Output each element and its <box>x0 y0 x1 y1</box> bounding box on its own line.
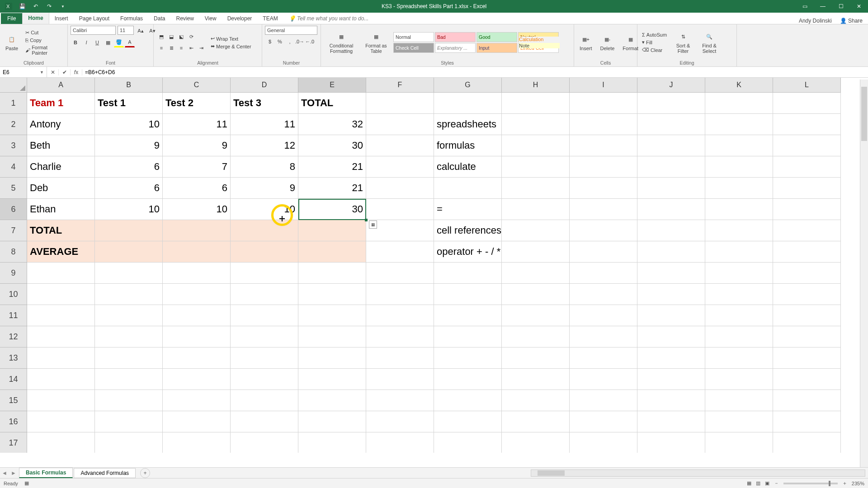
cell-J15[interactable] <box>637 390 705 411</box>
dec-decimal-icon[interactable]: ←.0 <box>305 37 315 47</box>
cell-F6[interactable] <box>366 199 434 220</box>
style-check-cell[interactable]: Check Cell <box>393 43 434 53</box>
cell-C7[interactable] <box>163 220 231 241</box>
style-good[interactable]: Good <box>476 32 517 42</box>
col-header-B[interactable]: B <box>95 78 163 93</box>
cell-I10[interactable] <box>570 284 637 305</box>
cell-H17[interactable] <box>502 432 570 453</box>
vertical-scrollbar[interactable] <box>860 80 868 467</box>
cell-K6[interactable] <box>705 199 773 220</box>
cell-E12[interactable] <box>298 326 366 347</box>
cell-F15[interactable] <box>366 390 434 411</box>
cell-L17[interactable] <box>773 432 841 453</box>
cell-G8[interactable]: operator + - / * <box>434 241 502 263</box>
row-header-4[interactable]: 4 <box>0 156 27 178</box>
cell-J14[interactable] <box>637 369 705 390</box>
cell-J8[interactable] <box>637 241 705 263</box>
cell-B2[interactable]: 10 <box>95 114 163 135</box>
cell-D9[interactable] <box>231 263 298 284</box>
share-button[interactable]: 👤 Share <box>840 18 863 24</box>
cell-H3[interactable] <box>502 135 570 156</box>
cell-L2[interactable] <box>773 114 841 135</box>
italic-icon[interactable]: I <box>81 38 91 47</box>
cell-E16[interactable] <box>298 411 366 432</box>
name-box-dropdown-icon[interactable]: ▼ <box>40 70 44 75</box>
cell-C1[interactable]: Test 2 <box>163 93 231 114</box>
cell-L5[interactable] <box>773 178 841 199</box>
tab-home[interactable]: Home <box>22 12 49 24</box>
cell-G15[interactable] <box>434 390 502 411</box>
tab-insert[interactable]: Insert <box>49 13 74 24</box>
cell-C2[interactable]: 11 <box>163 114 231 135</box>
align-top-icon[interactable]: ⬒ <box>156 32 166 42</box>
cell-F17[interactable] <box>366 432 434 453</box>
cell-D13[interactable] <box>231 347 298 369</box>
wrap-text-button[interactable]: ↩ Wrap Text <box>209 35 253 42</box>
cell-C10[interactable] <box>163 284 231 305</box>
cell-F16[interactable] <box>366 411 434 432</box>
qat-dropdown-icon[interactable]: ▼ <box>57 1 69 11</box>
cell-A16[interactable] <box>27 411 95 432</box>
cell-D7[interactable] <box>231 220 298 241</box>
cell-K2[interactable] <box>705 114 773 135</box>
cell-K16[interactable] <box>705 411 773 432</box>
cell-H1[interactable] <box>502 93 570 114</box>
zoom-slider[interactable] <box>783 483 838 484</box>
row-header-8[interactable]: 8 <box>0 241 27 263</box>
cell-D17[interactable] <box>231 432 298 453</box>
cell-C14[interactable] <box>163 369 231 390</box>
cell-H15[interactable] <box>502 390 570 411</box>
cell-G9[interactable] <box>434 263 502 284</box>
cell-B12[interactable] <box>95 326 163 347</box>
sheet-nav-next-icon[interactable]: ► <box>9 470 18 476</box>
cell-A10[interactable] <box>27 284 95 305</box>
cell-E2[interactable]: 32 <box>298 114 366 135</box>
cell-C4[interactable]: 7 <box>163 156 231 178</box>
row-header-15[interactable]: 15 <box>0 390 27 411</box>
row-header-16[interactable]: 16 <box>0 411 27 432</box>
cell-A7[interactable]: TOTAL <box>27 220 95 241</box>
cell-J7[interactable] <box>637 220 705 241</box>
cell-J6[interactable] <box>637 199 705 220</box>
cell-E8[interactable] <box>298 241 366 263</box>
ribbon-options-icon[interactable]: ▭ <box>796 0 814 13</box>
column-headers[interactable]: ABCDEFGHIJKL <box>27 78 868 93</box>
find-select-button[interactable]: 🔍Find & Select <box>698 30 721 55</box>
bold-icon[interactable]: B <box>71 38 80 47</box>
redo-icon[interactable]: ↷ <box>43 1 55 11</box>
align-right-icon[interactable]: ≡ <box>176 43 186 53</box>
cell-K17[interactable] <box>705 432 773 453</box>
cell-B15[interactable] <box>95 390 163 411</box>
cell-G6[interactable]: = <box>434 199 502 220</box>
cell-I15[interactable] <box>570 390 637 411</box>
format-painter-button[interactable]: 🖌 Format Painter <box>24 44 65 56</box>
cell-A4[interactable]: Charlie <box>27 156 95 178</box>
row-header-12[interactable]: 12 <box>0 326 27 347</box>
cell-G17[interactable] <box>434 432 502 453</box>
cell-B5[interactable]: 6 <box>95 178 163 199</box>
cell-B17[interactable] <box>95 432 163 453</box>
cell-C8[interactable] <box>163 241 231 263</box>
view-page-break-icon[interactable]: ▣ <box>765 480 769 486</box>
row-header-5[interactable]: 5 <box>0 178 27 199</box>
font-color-icon[interactable]: A <box>125 38 135 47</box>
cell-J3[interactable] <box>637 135 705 156</box>
cell-G1[interactable] <box>434 93 502 114</box>
cell-A9[interactable] <box>27 263 95 284</box>
cell-L13[interactable] <box>773 347 841 369</box>
hscroll-thumb[interactable] <box>538 470 565 476</box>
cell-C16[interactable] <box>163 411 231 432</box>
col-header-I[interactable]: I <box>570 78 637 93</box>
row-headers[interactable]: 1234567891011121314151617 <box>0 93 27 453</box>
cell-B14[interactable] <box>95 369 163 390</box>
cell-F9[interactable] <box>366 263 434 284</box>
cell-E11[interactable] <box>298 305 366 326</box>
cell-C11[interactable] <box>163 305 231 326</box>
cell-L9[interactable] <box>773 263 841 284</box>
font-name-select[interactable]: Calibri <box>71 26 116 35</box>
cell-L7[interactable] <box>773 220 841 241</box>
sheet-nav-prev-icon[interactable]: ◄ <box>0 470 9 476</box>
cell-I4[interactable] <box>570 156 637 178</box>
clear-button[interactable]: ⌫ Clear <box>640 47 669 53</box>
insert-function-icon[interactable]: fx <box>71 69 82 75</box>
